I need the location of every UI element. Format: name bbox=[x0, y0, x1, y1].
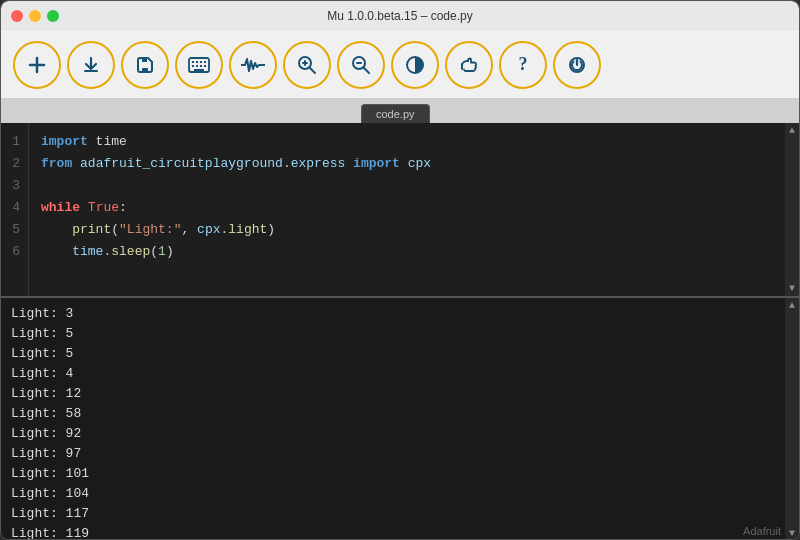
theme-button[interactable] bbox=[391, 41, 439, 89]
scroll-down-arrow[interactable]: ▼ bbox=[789, 283, 795, 294]
svg-line-18 bbox=[310, 67, 316, 73]
line-num: 6 bbox=[11, 241, 20, 263]
serial-scroll-down[interactable]: ▼ bbox=[789, 528, 795, 539]
keyboard-icon bbox=[188, 57, 210, 73]
serial-line: Light: 4 bbox=[11, 364, 789, 384]
line-num: 2 bbox=[11, 153, 20, 175]
line-num: 5 bbox=[11, 219, 20, 241]
theme-icon bbox=[404, 54, 426, 76]
svg-rect-3 bbox=[142, 68, 148, 72]
load-button[interactable] bbox=[67, 41, 115, 89]
line-num: 3 bbox=[11, 175, 20, 197]
line-num: 4 bbox=[11, 197, 20, 219]
repl-button[interactable] bbox=[229, 41, 277, 89]
brand-badge: Adafruit bbox=[743, 525, 781, 537]
save-icon bbox=[134, 54, 156, 76]
quit-button[interactable] bbox=[553, 41, 601, 89]
editor-scrollbar[interactable]: ▲ ▼ bbox=[785, 123, 799, 296]
line-numbers: 1 2 3 4 5 6 bbox=[1, 123, 29, 296]
code-editor[interactable]: import time from adafruit_circuitplaygro… bbox=[29, 123, 799, 296]
serial-line: Light: 92 bbox=[11, 424, 789, 444]
serial-line: Light: 5 bbox=[11, 324, 789, 344]
zoom-out-icon bbox=[350, 54, 372, 76]
zoom-in-button[interactable] bbox=[283, 41, 331, 89]
new-icon bbox=[26, 54, 48, 76]
zoom-out-button[interactable] bbox=[337, 41, 385, 89]
serial-line: Light: 12 bbox=[11, 384, 789, 404]
serial-scroll-up[interactable]: ▲ bbox=[789, 300, 795, 311]
svg-rect-9 bbox=[204, 61, 206, 63]
svg-rect-6 bbox=[192, 61, 194, 63]
tab-bar: code.py bbox=[1, 99, 799, 123]
help-button[interactable]: ? bbox=[499, 41, 547, 89]
minimize-button[interactable] bbox=[29, 10, 41, 22]
svg-rect-13 bbox=[204, 65, 206, 67]
serial-line: Light: 104 bbox=[11, 484, 789, 504]
window-controls bbox=[11, 10, 59, 22]
serial-line: Light: 101 bbox=[11, 464, 789, 484]
svg-rect-7 bbox=[196, 61, 198, 63]
close-button[interactable] bbox=[11, 10, 23, 22]
editor-panel: 1 2 3 4 5 6 import time from adafruit_ci… bbox=[1, 123, 799, 298]
svg-rect-8 bbox=[200, 61, 202, 63]
serial-line: Light: 97 bbox=[11, 444, 789, 464]
serial-scrollbar[interactable]: ▲ ▼ bbox=[785, 298, 799, 540]
keyboard-button[interactable] bbox=[175, 41, 223, 89]
window-title: Mu 1.0.0.beta.15 – code.py bbox=[327, 9, 472, 23]
svg-rect-10 bbox=[192, 65, 194, 67]
serial-line: Light: 117 bbox=[11, 504, 789, 524]
quit-icon bbox=[567, 55, 587, 75]
serial-output: Light: 3Light: 5Light: 5Light: 4Light: 1… bbox=[1, 298, 799, 540]
svg-rect-12 bbox=[200, 65, 202, 67]
serial-line: Light: 119 bbox=[11, 524, 789, 540]
help-icon: ? bbox=[519, 54, 528, 75]
check-button[interactable] bbox=[445, 41, 493, 89]
scroll-up-arrow[interactable]: ▲ bbox=[789, 125, 795, 136]
serial-line: Light: 3 bbox=[11, 304, 789, 324]
svg-line-21 bbox=[364, 67, 370, 73]
new-button[interactable] bbox=[13, 41, 61, 89]
title-bar: Mu 1.0.0.beta.15 – code.py bbox=[1, 1, 799, 31]
code-tab[interactable]: code.py bbox=[361, 104, 430, 123]
toolbar: ? bbox=[1, 31, 799, 99]
svg-rect-2 bbox=[84, 70, 98, 72]
serial-panel: Light: 3Light: 5Light: 5Light: 4Light: 1… bbox=[1, 298, 799, 540]
save-button[interactable] bbox=[121, 41, 169, 89]
check-icon bbox=[458, 54, 480, 76]
load-icon bbox=[80, 54, 102, 76]
line-num: 1 bbox=[11, 131, 20, 153]
repl-icon bbox=[241, 57, 265, 73]
zoom-in-icon bbox=[296, 54, 318, 76]
serial-line: Light: 5 bbox=[11, 344, 789, 364]
svg-rect-14 bbox=[194, 69, 204, 71]
maximize-button[interactable] bbox=[47, 10, 59, 22]
svg-rect-11 bbox=[196, 65, 198, 67]
svg-rect-4 bbox=[142, 58, 147, 62]
serial-line: Light: 58 bbox=[11, 404, 789, 424]
